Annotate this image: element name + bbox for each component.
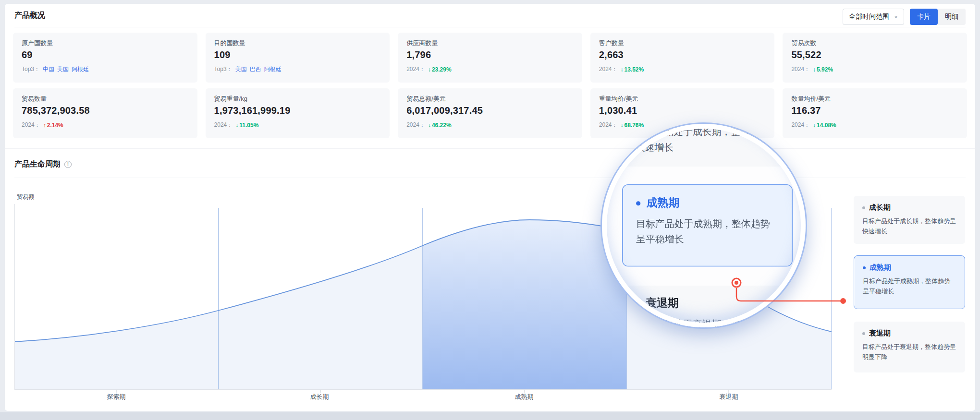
stat-footnote: Top3： 美国 巴西 阿根廷 <box>214 65 381 73</box>
top3-link[interactable]: 巴西 <box>250 65 261 73</box>
stat-label: 贸易数量 <box>22 95 189 103</box>
stat-card-trade-weight: 贸易重量/kg 1,973,161,999.19 2024： ↓11.05% <box>206 88 390 138</box>
year-label: 2024： <box>406 121 425 129</box>
stat-value: 1,973,161,999.19 <box>214 105 381 116</box>
legend-title: 成熟期 <box>863 263 956 272</box>
time-range-select[interactable]: 全部时间范围 ∨ <box>843 9 904 25</box>
stat-footnote: 2024： ↓46.22% <box>406 121 574 129</box>
arrow-down-icon: ↓ <box>235 122 238 129</box>
stat-footnote: 2024： ↓5.92% <box>791 65 958 73</box>
delta-badge: ↓11.05% <box>235 122 258 129</box>
stat-label: 贸易重量/kg <box>214 95 381 103</box>
legend-title: 成长期 <box>862 203 956 212</box>
chevron-down-icon: ∨ <box>894 14 898 19</box>
stat-value: 6,017,009,317.45 <box>406 105 574 116</box>
legend-desc: 目标产品处于成熟期，整体趋势呈平稳增长 <box>863 276 956 296</box>
stat-card-trade-quantity: 贸易数量 785,372,903.58 2024： ↑2.14% <box>13 88 197 138</box>
legend-card-maturity[interactable]: 成熟期 目标产品处于成熟期，整体趋势呈平稳增长 <box>854 255 965 309</box>
year-label: 2024： <box>599 121 618 129</box>
view-detail-button[interactable]: 明细 <box>938 9 966 25</box>
stat-label: 贸易次数 <box>791 39 958 48</box>
arrow-down-icon: ↓ <box>813 66 816 73</box>
year-label: 2024： <box>791 65 810 73</box>
stat-label: 目的国数量 <box>214 39 381 48</box>
legend-title: 衰退期 <box>862 329 956 338</box>
delta-badge: ↓5.92% <box>813 66 833 73</box>
page-bottom-strip <box>0 412 980 420</box>
stat-footnote: 2024： ↓11.05% <box>214 121 381 129</box>
year-label: 2024： <box>599 65 618 73</box>
stage-label-exploration: 探索期 <box>83 393 150 401</box>
time-range-value: 全部时间范围 <box>849 12 889 21</box>
stat-footnote: 2024： ↑2.14% <box>22 121 189 129</box>
top3-link[interactable]: 阿根廷 <box>72 65 89 73</box>
stat-value: 69 <box>22 49 189 60</box>
top3-link[interactable]: 美国 <box>235 65 247 73</box>
view-card-button[interactable]: 卡片 <box>910 9 938 25</box>
stat-value: 785,372,903.58 <box>22 105 189 116</box>
stat-value: 1,796 <box>406 49 574 60</box>
stat-value: 116.37 <box>791 105 958 116</box>
delta-badge: ↑2.14% <box>43 122 63 129</box>
view-toggle: 卡片 明细 <box>910 9 966 25</box>
legend-card-decline[interactable]: 衰退期 目标产品处于衰退期，整体趋势呈明显下降 <box>854 322 965 372</box>
stage-dot-icon <box>863 266 866 269</box>
stat-value: 1,030.41 <box>599 105 766 116</box>
delta-badge: ↓13.52% <box>621 66 644 73</box>
legend-desc: 目标产品处于衰退期，整体趋势呈明显下降 <box>862 342 956 362</box>
stage-dot-icon <box>862 332 865 335</box>
stat-footnote: 2024： ↓14.08% <box>791 121 958 129</box>
header-divider <box>14 27 966 27</box>
stat-value: 55,522 <box>791 49 958 60</box>
arrow-down-icon: ↓ <box>428 66 431 73</box>
delta-badge: ↓46.22% <box>428 122 452 129</box>
lifecycle-title-row: 产品生命周期 ! <box>14 159 72 169</box>
connector-end-dot <box>840 298 846 304</box>
stat-value: 109 <box>214 49 381 60</box>
arrow-down-icon: ↓ <box>621 122 624 129</box>
top3-link[interactable]: 中国 <box>43 65 54 73</box>
arrow-up-icon: ↑ <box>43 122 46 129</box>
overview-controls: 全部时间范围 ∨ 卡片 明细 <box>843 9 966 25</box>
main-panel: 产品概况 全部时间范围 ∨ 卡片 明细 原产国数量 69 Top3： 中国 美国 <box>5 4 975 411</box>
top3-link[interactable]: 美国 <box>57 65 69 73</box>
stat-card-dest-countries: 目的国数量 109 Top3： 美国 巴西 阿根廷 <box>206 33 390 83</box>
dashboard: 产品概况 全部时间范围 ∨ 卡片 明细 原产国数量 69 Top3： 中国 美国 <box>0 0 980 420</box>
stat-label: 重量均价/美元 <box>599 95 766 103</box>
magnified-legend-maturity: 成熟期 目标产品处于成熟期，整体趋势呈平稳增长 <box>622 184 793 266</box>
legend-desc: 目标产品处于成长期，整体趋势呈快速增长 <box>862 216 956 236</box>
info-icon[interactable]: ! <box>64 161 72 168</box>
stat-footnote: 2024： ↓23.29% <box>406 65 574 73</box>
stat-footnote: 2024： ↓13.52% <box>599 65 766 73</box>
lifecycle-divider <box>14 178 966 178</box>
stat-footnote: Top3： 中国 美国 阿根廷 <box>22 65 189 73</box>
stage-label-maturity: 成熟期 <box>490 393 558 401</box>
arrow-down-icon: ↓ <box>428 122 431 129</box>
stage-label-growth: 成长期 <box>286 393 353 401</box>
delta-badge: ↓23.29% <box>428 66 452 73</box>
stat-card-grid: 原产国数量 69 Top3： 中国 美国 阿根廷 目的国数量 109 Top3：… <box>13 33 967 138</box>
arrow-down-icon: ↓ <box>813 122 816 129</box>
section-divider <box>5 148 975 149</box>
delta-badge: ↓14.08% <box>813 122 836 129</box>
stat-card-quantity-avg-price: 数量均价/美元 116.37 2024： ↓14.08% <box>783 88 967 138</box>
stat-label: 供应商数量 <box>406 39 574 48</box>
stat-card-origin-countries: 原产国数量 69 Top3： 中国 美国 阿根廷 <box>13 33 197 83</box>
delta-badge: ↓68.76% <box>621 122 644 129</box>
stage-dot-icon <box>636 201 640 205</box>
legend-card-growth[interactable]: 成长期 目标产品处于成长期，整体趋势呈快速增长 <box>854 196 965 244</box>
top3-label: Top3： <box>214 65 233 73</box>
stat-label: 原产国数量 <box>22 39 189 48</box>
stat-card-customers: 客户数量 2,663 2024： ↓13.52% <box>590 33 775 83</box>
stat-value: 2,663 <box>599 49 766 60</box>
top3-link[interactable]: 阿根廷 <box>264 65 282 73</box>
stage-dot-icon <box>862 206 865 209</box>
year-label: 2024： <box>22 121 40 129</box>
stage-label-decline: 衰退期 <box>695 393 762 401</box>
year-label: 2024： <box>406 65 425 73</box>
stat-label: 贸易总额/美元 <box>406 95 574 103</box>
overview-title: 产品概况 <box>14 11 45 21</box>
magnifier-overlay: 成长期 目标产品处于成长期，整体趋势呈快速增长 成熟期 目标产品处于成熟期，整体… <box>600 122 807 329</box>
year-label: 2024： <box>214 121 233 129</box>
stat-card-trade-amount: 贸易总额/美元 6,017,009,317.45 2024： ↓46.22% <box>398 88 582 138</box>
